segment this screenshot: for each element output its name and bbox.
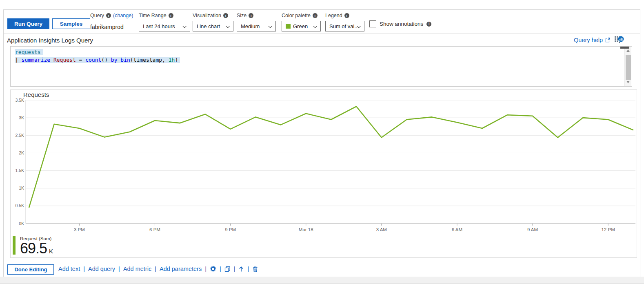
info-icon[interactable]: i bbox=[249, 13, 253, 18]
color-palette-label: Color palette bbox=[282, 13, 311, 18]
legend-color-bar bbox=[13, 236, 16, 255]
move-up-icon[interactable] bbox=[238, 266, 244, 272]
svg-text:0.5K: 0.5K bbox=[15, 203, 24, 208]
scroll-down-icon[interactable] bbox=[626, 81, 630, 83]
separator: | bbox=[118, 266, 120, 272]
samples-button[interactable]: Samples bbox=[52, 18, 90, 29]
scroll-up-icon[interactable] bbox=[626, 49, 630, 52]
add-parameters-link[interactable]: Add parameters bbox=[160, 266, 202, 272]
show-annotations-group: Show annotations i bbox=[369, 20, 431, 27]
done-editing-button[interactable]: Done Editing bbox=[7, 264, 54, 275]
visualization-label: Visualization bbox=[193, 13, 221, 18]
query-label: Query bbox=[90, 13, 104, 18]
add-metric-link[interactable]: Add metric bbox=[123, 266, 151, 272]
svg-text:3K: 3K bbox=[19, 115, 24, 120]
separator: | bbox=[234, 266, 235, 272]
editor-scrollbar[interactable] bbox=[624, 47, 631, 86]
green-swatch-icon bbox=[286, 24, 291, 29]
svg-text:3 AM: 3 AM bbox=[376, 227, 387, 232]
show-annotations-label: Show annotations bbox=[380, 21, 423, 27]
color-palette-value: Green bbox=[293, 23, 308, 29]
info-icon[interactable]: i bbox=[106, 13, 111, 18]
kql-query-editor[interactable]: requests| summarize Request = count() by… bbox=[10, 46, 632, 87]
svg-text:0K: 0K bbox=[19, 221, 24, 226]
chevron-down-icon bbox=[313, 24, 317, 28]
svg-text:9 PM: 9 PM bbox=[225, 227, 236, 232]
change-query-link[interactable]: (change) bbox=[113, 13, 133, 18]
svg-text:9 AM: 9 AM bbox=[527, 227, 538, 232]
query-label-row: Query i (change) bbox=[90, 12, 133, 18]
svg-text:2K: 2K bbox=[19, 150, 24, 155]
query-source-group: Query i (change) fabrikamprod bbox=[90, 12, 133, 30]
svg-text:2.5K: 2.5K bbox=[15, 133, 24, 138]
legend-select[interactable]: Sum of val... bbox=[325, 21, 364, 31]
time-range-label: Time Range bbox=[139, 13, 167, 18]
legend-total-value: 69.5 bbox=[20, 242, 47, 255]
query-help-link[interactable]: Query help bbox=[574, 37, 611, 43]
query-help-label: Query help bbox=[574, 37, 603, 43]
line-chart[interactable]: 0K0.5K1K1.5K2K2.5K3K3.5K3 PM6 PM9 PMMar … bbox=[11, 90, 637, 257]
color-palette-field: Color palettei Green bbox=[282, 12, 321, 31]
legend-total-unit: K bbox=[49, 248, 53, 255]
delete-icon[interactable] bbox=[252, 266, 258, 272]
visualization-field: Visualizationi Line chart bbox=[193, 12, 233, 31]
chevron-down-icon bbox=[182, 24, 187, 28]
external-link-icon bbox=[605, 37, 611, 43]
chart-legend: Request (Sum) 69.5 K bbox=[13, 236, 53, 255]
time-range-value: Last 24 hours bbox=[143, 23, 175, 29]
separator: | bbox=[155, 266, 156, 272]
chevron-down-icon bbox=[226, 24, 230, 28]
separator: | bbox=[83, 266, 85, 272]
application-insights-icon[interactable] bbox=[614, 36, 624, 44]
edit-toolbar: Done Editing Add text | Add query | Add … bbox=[4, 261, 640, 277]
page-title: Application Insights Logs Query bbox=[7, 37, 93, 44]
info-icon[interactable]: i bbox=[426, 22, 431, 27]
settings-icon[interactable] bbox=[210, 266, 216, 272]
size-label: Size bbox=[237, 13, 246, 18]
separator: | bbox=[247, 266, 249, 272]
query-code[interactable]: requests| summarize Request = count() by… bbox=[15, 48, 622, 64]
legend-field: Legendi Sum of val... bbox=[325, 12, 364, 31]
section-header: Application Insights Logs Query Query he… bbox=[4, 33, 640, 46]
svg-text:6 PM: 6 PM bbox=[149, 227, 160, 232]
info-icon[interactable]: i bbox=[313, 13, 318, 18]
size-field: Sizei Medium bbox=[237, 12, 276, 31]
editor-overview-marker bbox=[620, 47, 629, 49]
visualization-value: Line chart bbox=[197, 23, 220, 29]
query-source-value: fabrikamprod bbox=[90, 24, 133, 30]
svg-text:3 PM: 3 PM bbox=[74, 227, 85, 232]
svg-text:6 AM: 6 AM bbox=[452, 227, 462, 232]
svg-text:Mar 18: Mar 18 bbox=[299, 227, 313, 232]
copy-icon[interactable] bbox=[224, 266, 231, 272]
time-range-select[interactable]: Last 24 hours bbox=[139, 21, 190, 31]
scrollbar-thumb[interactable] bbox=[626, 55, 631, 80]
svg-text:1K: 1K bbox=[19, 186, 24, 190]
window-bottom-strip bbox=[0, 277, 644, 284]
workbook-card: Run Query Samples Query i (change) fabri… bbox=[3, 9, 640, 277]
info-icon[interactable]: i bbox=[169, 13, 173, 18]
legend-label: Legend bbox=[325, 13, 342, 18]
info-icon[interactable]: i bbox=[223, 13, 228, 18]
show-annotations-checkbox[interactable] bbox=[369, 20, 376, 27]
legend-value: Sum of val... bbox=[329, 23, 359, 29]
time-range-field: Time Rangei Last 24 hours bbox=[139, 12, 190, 31]
add-query-link[interactable]: Add query bbox=[88, 266, 115, 272]
svg-text:12 PM: 12 PM bbox=[601, 227, 615, 232]
visualization-select[interactable]: Line chart bbox=[193, 21, 233, 31]
separator: | bbox=[220, 266, 221, 272]
svg-text:3.5K: 3.5K bbox=[15, 98, 24, 103]
size-select[interactable]: Medium bbox=[237, 21, 276, 31]
add-text-link[interactable]: Add text bbox=[58, 266, 80, 272]
info-icon[interactable]: i bbox=[344, 13, 349, 18]
svg-text:1.5K: 1.5K bbox=[15, 168, 24, 173]
color-palette-select[interactable]: Green bbox=[282, 21, 321, 31]
requests-chart-card: Requests 0K0.5K1K1.5K2K2.5K3K3.5K3 PM6 P… bbox=[10, 89, 637, 258]
chevron-down-icon bbox=[268, 24, 272, 28]
separator: | bbox=[205, 266, 207, 272]
run-query-button[interactable]: Run Query bbox=[7, 18, 49, 29]
size-value: Medium bbox=[241, 23, 260, 29]
